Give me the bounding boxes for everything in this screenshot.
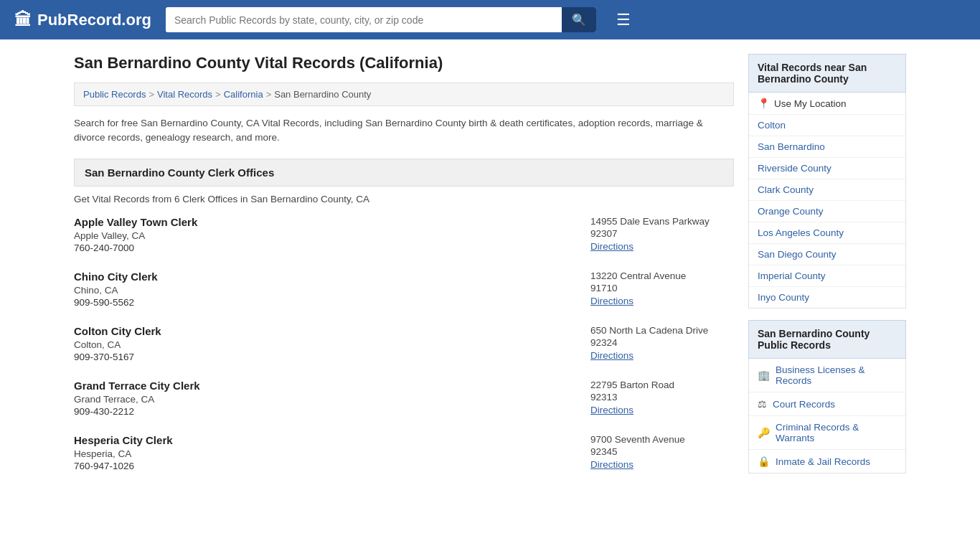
clerk-directions[interactable]: Directions [590,295,734,306]
page-container: San Bernardino County Vital Records (Cal… [60,39,920,503]
search-bar: 🔍 [166,7,596,32]
sidebar-item-label: Inyo County [758,292,809,303]
clerk-zip: 92324 [590,337,734,348]
sidebar-item-nearby[interactable]: Inyo County [749,287,905,308]
clerk-left-1: Chino City Clerk Chino, CA 909-590-5562 [74,270,590,308]
clerk-right-0: 14955 Dale Evans Parkway 92307 Direction… [590,216,734,253]
location-icon: 📍 [758,98,770,109]
clerk-name: Grand Terrace City Clerk [74,380,590,392]
directions-link[interactable]: Directions [590,405,633,415]
sidebar-item-nearby[interactable]: Los Angeles County [749,222,905,244]
sidebar-records-label: Business Licenses & Records [776,364,897,386]
record-icon: ⚖ [758,398,767,410]
sidebar-item-label: Use My Location [774,98,847,109]
clerk-entry: Colton City Clerk Colton, CA 909-370-516… [74,325,734,362]
breadcrumb-california[interactable]: California [224,89,263,100]
clerk-directions[interactable]: Directions [590,458,734,470]
search-button[interactable]: 🔍 [562,7,596,32]
breadcrumb-sep-3: > [266,89,272,100]
sidebar-item-nearby[interactable]: Clark County [749,179,905,201]
clerk-address: 9700 Seventh Avenue [590,434,734,445]
directions-link[interactable]: Directions [590,296,633,306]
clerk-entry: Apple Valley Town Clerk Apple Valley, CA… [74,216,734,253]
sidebar-nearby-header: Vital Records near San Bernardino County [748,54,906,93]
sidebar-item-nearby[interactable]: San Diego County [749,244,905,265]
sidebar-item-records[interactable]: 🔒Inmate & Jail Records [749,450,905,473]
clerk-address: 14955 Dale Evans Parkway [590,216,734,227]
sidebar-item-label: Riverside County [758,163,831,174]
clerk-directions[interactable]: Directions [590,404,734,415]
clerk-name: Apple Valley Town Clerk [74,216,590,228]
sidebar-item-records[interactable]: ⚖Court Records [749,392,905,416]
clerk-right-3: 22795 Barton Road 92313 Directions [590,380,734,417]
main-content: San Bernardino County Vital Records (Cal… [74,54,734,489]
clerk-address: 13220 Central Avenue [590,270,734,281]
clerk-left-4: Hesperia City Clerk Hesperia, CA 760-947… [74,434,590,471]
clerk-phone: 909-370-5167 [74,352,590,362]
sidebar-records-label: Criminal Records & Warrants [776,422,897,443]
clerk-count: Get Vital Records from 6 Clerk Offices i… [74,194,734,204]
clerk-entry: Hesperia City Clerk Hesperia, CA 760-947… [74,434,734,471]
clerk-city: Hesperia, CA [74,448,590,459]
clerk-name: Chino City Clerk [74,270,590,283]
sidebar-records-list: 🏢Business Licenses & Records⚖Court Recor… [748,359,906,474]
breadcrumb: Public Records > Vital Records > Califor… [74,83,734,106]
clerk-zip: 91710 [590,283,734,293]
directions-link[interactable]: Directions [590,241,633,252]
clerk-city: Apple Valley, CA [74,230,590,241]
section-header: San Bernardino County Clerk Offices [74,159,734,187]
clerk-right-1: 13220 Central Avenue 91710 Directions [590,270,734,308]
breadcrumb-sep-1: > [149,89,154,100]
clerk-entry: Chino City Clerk Chino, CA 909-590-5562 … [74,270,734,308]
clerk-zip: 92345 [590,446,734,457]
sidebar-nearby-list: 📍Use My LocationColtonSan BernardinoRive… [748,93,906,309]
clerk-city: Grand Terrace, CA [74,394,590,405]
sidebar-records-header: San Bernardino County Public Records [748,320,906,359]
search-input[interactable] [166,9,562,32]
site-header: 🏛 PubRecord.org 🔍 ☰ [0,0,980,39]
menu-icon[interactable]: ☰ [616,11,631,29]
clerk-directions[interactable]: Directions [590,349,734,361]
breadcrumb-vital-records[interactable]: Vital Records [157,89,212,100]
sidebar-item-nearby[interactable]: Imperial County [749,265,905,287]
sidebar-item-label: Orange County [758,206,824,217]
sidebar-item-nearby[interactable]: Riverside County [749,158,905,179]
sidebar-records-label: Inmate & Jail Records [776,456,870,467]
breadcrumb-current: San Bernardino County [274,89,371,100]
clerk-directions[interactable]: Directions [590,240,734,252]
clerk-left-3: Grand Terrace City Clerk Grand Terrace, … [74,380,590,417]
sidebar-item-label: Imperial County [758,270,826,281]
clerk-right-4: 9700 Seventh Avenue 92345 Directions [590,434,734,471]
sidebar-item-nearby[interactable]: Colton [749,115,905,136]
logo-icon: 🏛 [14,10,32,30]
logo-text: PubRecord.org [37,11,151,29]
sidebar-item-nearby[interactable]: Orange County [749,201,905,222]
sidebar-item-nearby[interactable]: San Bernardino [749,136,905,158]
directions-link[interactable]: Directions [590,459,633,470]
clerk-phone: 760-240-7000 [74,242,590,253]
breadcrumb-sep-2: > [215,89,221,100]
directions-link[interactable]: Directions [590,350,633,361]
site-logo[interactable]: 🏛 PubRecord.org [14,10,151,30]
page-title: San Bernardino County Vital Records (Cal… [74,54,734,72]
record-icon: 🔒 [758,456,770,467]
clerk-left-2: Colton City Clerk Colton, CA 909-370-516… [74,325,590,362]
clerk-entry: Grand Terrace City Clerk Grand Terrace, … [74,380,734,417]
breadcrumb-public-records[interactable]: Public Records [83,89,146,100]
clerk-phone: 909-430-2212 [74,406,590,417]
clerk-left-0: Apple Valley Town Clerk Apple Valley, CA… [74,216,590,253]
sidebar-item-records[interactable]: 🔑Criminal Records & Warrants [749,416,905,450]
clerk-name: Hesperia City Clerk [74,434,590,446]
sidebar-item-records[interactable]: 🏢Business Licenses & Records [749,359,905,392]
clerk-right-2: 650 North La Cadena Drive 92324 Directio… [590,325,734,362]
sidebar-item-label: San Bernardino [758,141,825,152]
clerk-zip: 92313 [590,392,734,402]
sidebar-records-label: Court Records [773,399,835,410]
sidebar-item-location[interactable]: 📍Use My Location [749,93,905,115]
sidebar-item-label: San Diego County [758,249,837,260]
record-icon: 🏢 [758,369,770,381]
clerk-phone: 909-590-5562 [74,297,590,308]
sidebar: Vital Records near San Bernardino County… [748,54,906,489]
clerk-address: 22795 Barton Road [590,380,734,390]
clerk-phone: 760-947-1026 [74,461,590,471]
